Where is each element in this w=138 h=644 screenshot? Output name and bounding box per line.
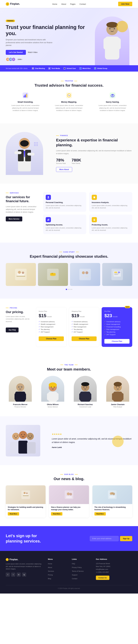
footer-menu-blog[interactable]: Blog <box>48 578 51 580</box>
insurance-analysis-icon <box>92 195 97 200</box>
svg-rect-76 <box>48 392 57 402</box>
pricing-cards: Novice Plan $15 /month Investment adviso… <box>36 307 132 347</box>
cta-email-input[interactable] <box>90 536 119 541</box>
pricing-desc: Lorem ipsum dolor sit amet, consectetur … <box>6 315 32 323</box>
pricing-title: Our pricing. <box>6 310 32 314</box>
services-more-btn[interactable]: More Service <box>6 216 22 222</box>
footer-contact-btn[interactable]: Contact Us <box>96 576 109 580</box>
blog-read-3-btn[interactable]: Read More <box>94 512 106 516</box>
svg-point-114 <box>69 493 72 496</box>
footer-logo-dot <box>6 558 9 561</box>
social-linkedin-icon[interactable]: in <box>17 572 21 576</box>
showcase-img-4 <box>102 263 132 286</box>
svg-point-93 <box>119 386 120 388</box>
client-icon-2: ▶ <box>48 67 51 70</box>
svg-rect-108 <box>23 496 29 496</box>
svg-point-35 <box>36 144 36 144</box>
svg-rect-62 <box>118 272 120 273</box>
money-mapping-icon <box>66 92 72 99</box>
footer-desc: Lorem ipsum dolor sit amet, consectetur … <box>6 563 42 570</box>
feature-desc-1: Lorem ipsum dolor sit amet, consectetur … <box>9 104 42 112</box>
footer-link-terms[interactable]: Terms of Service <box>72 570 84 572</box>
footer-menu-services[interactable]: Services <box>48 570 54 572</box>
features-grid: Smart Investing. Lorem ipsum dolor sit a… <box>6 89 132 115</box>
footer-menu-about[interactable]: About <box>48 566 52 568</box>
experience-section: FINANCE Experience & expertise in financ… <box>0 123 138 184</box>
testimonial-stars: ★★★★★ <box>52 433 132 436</box>
footer: Finplan. Lorem ipsum dolor sit amet, con… <box>0 551 138 594</box>
cta-title: Let's sign up for planning services. <box>6 533 49 544</box>
testimonial-decor-circle <box>112 436 124 447</box>
hero-secondary-button[interactable]: Watch Video <box>28 51 38 53</box>
footer-menu-home[interactable]: Home <box>48 563 52 564</box>
feature-money-mapping: Money Mapping. Lorem ipsum dolor sit ame… <box>49 89 89 115</box>
footer-link-support[interactable]: Support <box>72 574 77 576</box>
stat-success-rate: 78% Success Rate <box>56 158 66 164</box>
svg-rect-12 <box>25 95 26 97</box>
footer-logo: Finplan. <box>6 558 42 561</box>
svg-rect-99 <box>18 441 28 454</box>
hero-cta-button[interactable]: Let's Get Started <box>6 50 26 55</box>
team-member-richard: Richard Sanchez Investment Lead <box>71 376 100 408</box>
avatar-stack: A B C <box>6 57 16 61</box>
experience-title: Experience & expertise in financial plan… <box>56 138 132 148</box>
social-instagram-icon[interactable]: ig <box>22 572 26 576</box>
experience-person <box>6 132 43 175</box>
pricing-faq-btn[interactable]: Our FAQ <box>6 328 19 332</box>
pricing-left: PRICING Our pricing. Lorem ipsum dolor s… <box>6 307 32 347</box>
footer-link-faq[interactable]: FAQ <box>72 563 75 564</box>
hero-avatars: A B C 150K+ <box>6 57 86 61</box>
services-title: Our services for financial future. <box>6 195 37 203</box>
price-period-3: /month <box>113 316 117 318</box>
smart-investing-icon <box>22 92 29 99</box>
clients-bar: We have worked with 150+ clients 💬 Chat … <box>0 65 138 72</box>
price-amount-1: $15 <box>39 313 46 318</box>
footer-address-col: Our Address 123 Financial StreetNew York… <box>96 558 132 581</box>
testimonial-author: Aaron Lamb <box>52 446 132 448</box>
cta-signup-btn[interactable]: Sign Up <box>120 536 132 541</box>
team-photo-2 <box>41 376 64 402</box>
stat-label-1: Success Rate <box>56 162 66 164</box>
svg-point-101 <box>14 436 15 436</box>
choose-plan-1-btn[interactable]: Choose Plan <box>39 336 64 341</box>
footer-link-privacy[interactable]: Privacy Policy <box>72 566 82 568</box>
experience-stats: 78% Success Rate 780K Total Clients <box>56 158 132 164</box>
navbar: ● Finplan. Home About Pages Contact Join… <box>0 0 138 8</box>
plan-features-3: Investment advisory Asset management Fin… <box>104 320 129 336</box>
team-member-jamie: Jamie Chastain Risk Analyst <box>103 376 132 408</box>
label-line-left <box>61 81 64 81</box>
cta-form: Sign Up <box>90 536 132 541</box>
service-desc-3: Lorem ipsum dolor sit amet, consectetur … <box>46 227 84 232</box>
choose-plan-3-btn[interactable]: Choose Plan <box>104 339 129 344</box>
service-protecting-assets: Protecting Assets. Lorem ipsum dolor sit… <box>89 214 132 234</box>
footer-links-label: Links <box>72 558 90 560</box>
footer-menu-pricing[interactable]: Pricing <box>48 574 53 576</box>
social-facebook-icon[interactable]: f <box>6 572 10 576</box>
footer-link-contact[interactable]: Contact <box>72 578 77 580</box>
blog-read-1-btn[interactable]: Read More <box>8 512 19 516</box>
svg-point-75 <box>49 382 57 388</box>
nav-cta-button[interactable]: Join Now <box>118 2 132 6</box>
svg-point-58 <box>85 271 88 274</box>
team-role-3: Investment Lead <box>71 406 100 408</box>
footer-links-col: Links FAQ Privacy Policy Terms of Servic… <box>72 558 90 581</box>
service-title-3: Optimizing Income. <box>46 224 84 226</box>
nav-about[interactable]: About <box>61 3 66 5</box>
social-twitter-icon[interactable]: t <box>11 572 15 576</box>
experience-more-btn[interactable]: More About <box>56 167 72 172</box>
svg-point-29 <box>22 142 23 144</box>
choose-plan-2-btn[interactable]: Choose Plan <box>72 336 97 341</box>
nav-home[interactable]: Home <box>52 3 57 5</box>
team-name-3: Richard Sanchez <box>71 404 100 406</box>
team-grid: Francois Mercer Finance Director Olivia … <box>6 376 132 408</box>
svg-rect-78 <box>56 393 59 400</box>
services-left: SERVICES Our services for financial futu… <box>6 192 37 234</box>
blog-read-2-btn[interactable]: Read More <box>51 512 62 516</box>
blog-grid: Strategies for building wealth and plann… <box>6 486 132 518</box>
client-global-group: 🌍 Global Group <box>94 67 107 70</box>
nav-contact[interactable]: Contact <box>79 3 86 5</box>
footer-grid: Finplan. Lorem ipsum dolor sit amet, con… <box>6 558 132 581</box>
trusted-label: TRUSTED <box>6 80 132 82</box>
nav-pages[interactable]: Pages <box>70 3 75 5</box>
hero-title: Trust your financial planning for you. <box>6 24 86 36</box>
